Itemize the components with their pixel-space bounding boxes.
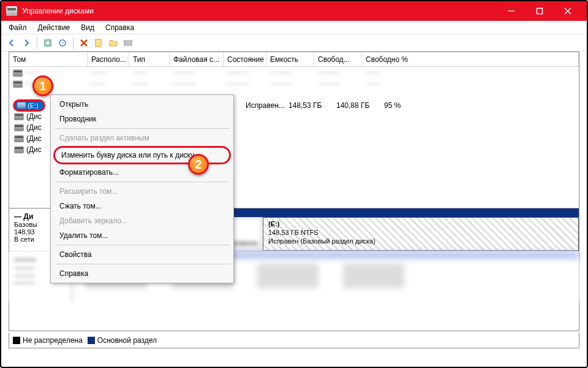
help-icon[interactable]: ? (56, 36, 69, 50)
separator (55, 182, 230, 182)
cell-status: Исправен... (242, 101, 285, 110)
ctx-add-mirror: Добавить зеркало... (51, 213, 233, 228)
table-row[interactable]: —— ——————— ——————————— (9, 67, 579, 78)
separator (55, 245, 230, 245)
refresh-button[interactable] (41, 36, 55, 50)
ctx-make-active: Сделать раздел активным (51, 131, 233, 145)
ctx-shrink[interactable]: Сжать том... (51, 199, 233, 213)
volume-icon (14, 146, 24, 153)
cell-freepct: 95 % (380, 101, 579, 110)
maximize-button[interactable] (526, 1, 554, 21)
selected-volume-e[interactable]: (E:) (13, 99, 45, 112)
menu-help[interactable]: Справка (100, 22, 139, 33)
col-type[interactable]: Тип (129, 52, 170, 66)
table-header: Том Располо... Тип Файловая с... Состоян… (9, 52, 579, 67)
annotation-marker-1: 1 (32, 75, 53, 96)
legend: Не распределена Основной раздел (9, 332, 579, 348)
col-capacity[interactable]: Емкость (266, 52, 314, 66)
table-row[interactable]: —— ——————— ——————————— (9, 78, 579, 89)
menu-view[interactable]: Вид (76, 22, 99, 33)
col-free[interactable]: Свобод... (314, 52, 362, 66)
col-status[interactable]: Состояние (224, 52, 266, 66)
cell-capacity: 148,53 ГБ (285, 101, 333, 110)
legend-unallocated: Не распределена (13, 336, 83, 345)
volume-icon (17, 102, 26, 109)
close-button[interactable] (554, 1, 582, 21)
ctx-extend: Расширить том... (51, 184, 233, 199)
ctx-open[interactable]: Открыть (51, 97, 233, 112)
ctx-properties[interactable]: Свойства (51, 247, 233, 262)
col-freepct[interactable]: Свободно % (362, 52, 579, 66)
partition-e[interactable]: (E:) 148,53 ГБ NTFS Исправен (Базовый ра… (263, 217, 579, 251)
minimize-button[interactable] (497, 1, 526, 21)
partition-e-status: Исправен (Базовый раздел диска) (268, 237, 375, 245)
col-volume[interactable]: Том (9, 52, 88, 66)
legend-primary: Основной раздел (88, 336, 157, 345)
svg-text:?: ? (61, 40, 64, 46)
legend-swatch-blue (88, 337, 95, 344)
app-icon (6, 6, 17, 16)
context-menu: Открыть Проводник Сделать раздел активны… (50, 94, 234, 283)
ctx-delete[interactable]: Удалить том... (51, 228, 233, 243)
volume-icon (13, 80, 23, 88)
menu-file[interactable]: Файл (4, 22, 32, 33)
cell-free: 140,88 ГБ (333, 101, 380, 110)
separator (55, 264, 230, 264)
separator (37, 37, 37, 49)
forward-button[interactable] (20, 36, 33, 50)
annotation-marker-2: 2 (188, 154, 209, 175)
svg-rect-10 (96, 39, 101, 47)
volume-icon (14, 124, 24, 131)
list-view-icon[interactable] (121, 36, 135, 50)
volume-icon (13, 69, 23, 77)
volume-icon (14, 135, 24, 142)
partition-e-label: (E:) (268, 220, 279, 228)
volume-icon (14, 113, 24, 120)
properties-icon[interactable] (92, 36, 105, 50)
toolbar: ? (1, 34, 587, 52)
legend-swatch-black (13, 337, 20, 344)
ctx-help[interactable]: Справка (51, 266, 233, 281)
ctx-explorer[interactable]: Проводник (51, 112, 233, 126)
separator (55, 128, 230, 129)
menu-action[interactable]: Действие (33, 22, 75, 33)
col-layout[interactable]: Располо... (88, 52, 129, 66)
window-controls (497, 1, 582, 21)
delete-icon[interactable] (77, 36, 91, 50)
folder-icon[interactable] (107, 36, 120, 50)
separator (73, 37, 74, 49)
title-bar: Управление дисками (1, 1, 587, 21)
svg-rect-1 (537, 9, 543, 14)
back-button[interactable] (5, 36, 18, 50)
window-title: Управление дисками (22, 7, 497, 15)
partition-e-size: 148,53 ГБ NTFS (268, 229, 318, 236)
col-fs[interactable]: Файловая с... (170, 52, 224, 66)
svg-rect-5 (46, 41, 50, 45)
menu-bar: Файл Действие Вид Справка (1, 21, 587, 34)
selected-volume-label: (E:) (28, 102, 39, 109)
